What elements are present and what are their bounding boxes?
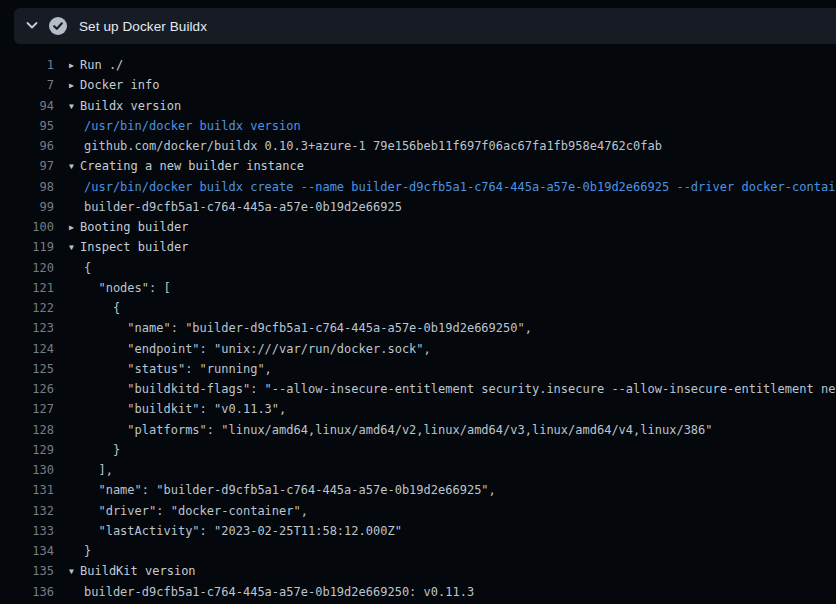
line-number[interactable]: 136: [0, 582, 54, 602]
log-line: 128 "platforms": "linux/amd64,linux/amd6…: [0, 420, 836, 440]
log-line: 1 ▶Run ./: [0, 55, 836, 75]
line-number[interactable]: 99: [0, 197, 54, 217]
group-expanded-icon[interactable]: ▼: [69, 238, 80, 257]
log-text: }: [84, 544, 91, 558]
line-content: ▼Buildx version: [54, 96, 181, 116]
line-number[interactable]: 119: [0, 237, 54, 257]
group-title[interactable]: Buildx version: [80, 99, 181, 113]
line-content: "name": "builder-d9cfb5a1-c764-445a-a57e…: [54, 480, 496, 500]
line-number[interactable]: 120: [0, 258, 54, 278]
log-line: 121 "nodes": [: [0, 278, 836, 298]
log-line: 98 /usr/bin/docker buildx create --name …: [0, 177, 836, 197]
command-text: /usr/bin/docker buildx create --name bui…: [84, 180, 836, 194]
step-header[interactable]: Set up Docker Buildx: [14, 8, 836, 44]
line-content: "name": "builder-d9cfb5a1-c764-445a-a57e…: [54, 318, 532, 338]
line-number[interactable]: 125: [0, 359, 54, 379]
log-line: 126 "buildkitd-flags": "--allow-insecure…: [0, 379, 836, 399]
line-content: }: [54, 541, 91, 561]
line-content: ▶Booting builder: [54, 217, 188, 237]
line-content: github.com/docker/buildx 0.10.3+azure-1 …: [54, 136, 662, 156]
log-line: 95 /usr/bin/docker buildx version: [0, 116, 836, 136]
line-number[interactable]: 135: [0, 561, 54, 581]
log-text: "endpoint": "unix:///var/run/docker.sock…: [84, 342, 431, 356]
line-number[interactable]: 134: [0, 541, 54, 561]
line-number[interactable]: 95: [0, 116, 54, 136]
line-number[interactable]: 94: [0, 96, 54, 116]
line-number[interactable]: 97: [0, 156, 54, 176]
line-number[interactable]: 132: [0, 501, 54, 521]
line-number[interactable]: 96: [0, 136, 54, 156]
log-line: 134 }: [0, 541, 836, 561]
group-collapsed-icon[interactable]: ▶: [69, 56, 80, 75]
group-title[interactable]: Inspect builder: [80, 240, 188, 254]
group-title[interactable]: Booting builder: [80, 220, 188, 234]
group-title[interactable]: Creating a new builder instance: [80, 159, 304, 173]
line-content: ▼Creating a new builder instance: [54, 156, 304, 176]
line-content: builder-d9cfb5a1-c764-445a-a57e-0b19d2e6…: [54, 582, 474, 602]
log-line: 133 "lastActivity": "2023-02-25T11:58:12…: [0, 521, 836, 541]
line-content: {: [54, 298, 120, 318]
line-number[interactable]: 100: [0, 217, 54, 237]
line-content: ▼BuildKit version: [54, 561, 196, 581]
log-line: 131 "name": "builder-d9cfb5a1-c764-445a-…: [0, 480, 836, 500]
collapse-step-button[interactable]: [22, 16, 42, 36]
group-title[interactable]: Docker info: [80, 78, 159, 92]
step-title: Set up Docker Buildx: [79, 19, 207, 34]
line-number[interactable]: 122: [0, 298, 54, 318]
log-text: "nodes": [: [84, 281, 171, 295]
log-line: 99 builder-d9cfb5a1-c764-445a-a57e-0b19d…: [0, 197, 836, 217]
log-line: 136 builder-d9cfb5a1-c764-445a-a57e-0b19…: [0, 582, 836, 602]
log-line: 94 ▼Buildx version: [0, 96, 836, 116]
line-number[interactable]: 121: [0, 278, 54, 298]
line-number[interactable]: 129: [0, 440, 54, 460]
group-title[interactable]: BuildKit version: [80, 564, 196, 578]
line-number[interactable]: 124: [0, 339, 54, 359]
line-content: ▶Docker info: [54, 75, 159, 95]
line-content: "buildkitd-flags": "--allow-insecure-ent…: [54, 379, 836, 399]
line-content: "status": "running",: [54, 359, 272, 379]
group-expanded-icon[interactable]: ▼: [69, 97, 80, 116]
line-number[interactable]: 127: [0, 399, 54, 419]
log-line: 132 "driver": "docker-container",: [0, 501, 836, 521]
line-number[interactable]: 1: [0, 55, 54, 75]
line-number[interactable]: 98: [0, 177, 54, 197]
log-line: 135 ▼BuildKit version: [0, 561, 836, 581]
line-content: {: [54, 258, 91, 278]
line-number[interactable]: 130: [0, 460, 54, 480]
log-view: 1 ▶Run ./ 7 ▶Docker info 94 ▼Buildx vers…: [0, 55, 836, 602]
group-collapsed-icon[interactable]: ▶: [69, 218, 80, 237]
line-content: "lastActivity": "2023-02-25T11:58:12.000…: [54, 521, 402, 541]
group-expanded-icon[interactable]: ▼: [69, 157, 80, 176]
log-line: 122 {: [0, 298, 836, 318]
log-text: {: [84, 261, 91, 275]
log-text: {: [84, 301, 120, 315]
log-line: 124 "endpoint": "unix:///var/run/docker.…: [0, 339, 836, 359]
line-content: builder-d9cfb5a1-c764-445a-a57e-0b19d2e6…: [54, 197, 402, 217]
line-number[interactable]: 128: [0, 420, 54, 440]
line-number[interactable]: 123: [0, 318, 54, 338]
line-content: ▶Run ./: [54, 55, 123, 75]
command-text: /usr/bin/docker buildx version: [84, 119, 301, 133]
line-number[interactable]: 133: [0, 521, 54, 541]
log-line: 119 ▼Inspect builder: [0, 237, 836, 257]
group-expanded-icon[interactable]: ▼: [69, 562, 80, 581]
log-text: "platforms": "linux/amd64,linux/amd64/v2…: [84, 423, 713, 437]
group-collapsed-icon[interactable]: ▶: [69, 76, 80, 95]
group-title[interactable]: Run ./: [80, 58, 123, 72]
log-text: }: [84, 443, 120, 457]
log-text: github.com/docker/buildx 0.10.3+azure-1 …: [84, 139, 662, 153]
line-content: ],: [54, 460, 113, 480]
log-line: 97 ▼Creating a new builder instance: [0, 156, 836, 176]
log-line: 130 ],: [0, 460, 836, 480]
log-text: "name": "builder-d9cfb5a1-c764-445a-a57e…: [84, 321, 532, 335]
log-text: builder-d9cfb5a1-c764-445a-a57e-0b19d2e6…: [84, 585, 474, 599]
line-number[interactable]: 126: [0, 379, 54, 399]
log-line: 127 "buildkit": "v0.11.3",: [0, 399, 836, 419]
log-text: "lastActivity": "2023-02-25T11:58:12.000…: [84, 524, 402, 538]
line-number[interactable]: 7: [0, 75, 54, 95]
line-number[interactable]: 131: [0, 480, 54, 500]
line-content: }: [54, 440, 120, 460]
log-text: "driver": "docker-container",: [84, 504, 308, 518]
log-text: "status": "running",: [84, 362, 272, 376]
line-content: /usr/bin/docker buildx version: [54, 116, 301, 136]
